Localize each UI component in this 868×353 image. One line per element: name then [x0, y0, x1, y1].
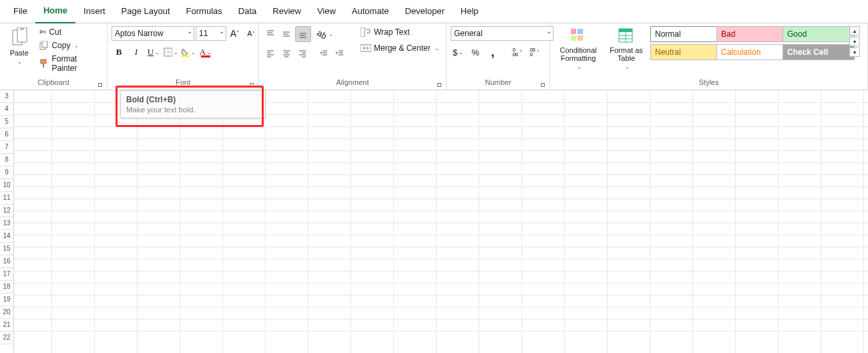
wrap-text-button[interactable]: Wrap Text	[358, 26, 442, 38]
row-header[interactable]: 3	[0, 90, 13, 103]
group-clipboard: Paste ⌄ ✄ Cut Copy ⌄ Format Painter	[0, 23, 107, 90]
row-header[interactable]: 13	[0, 217, 13, 230]
group-label-alignment: Alignment	[337, 78, 369, 86]
row-header[interactable]: 22	[0, 332, 13, 344]
borders-button[interactable]: ⌄	[164, 45, 178, 60]
style-good[interactable]: Good	[783, 26, 855, 42]
tab-insert[interactable]: Insert	[75, 0, 114, 23]
row-header[interactable]: 21	[0, 319, 13, 332]
row-header[interactable]: 15	[0, 243, 13, 255]
styles-scroll-up[interactable]: ▴	[849, 26, 860, 35]
row-header[interactable]: 18	[0, 281, 13, 293]
font-launcher[interactable]: ◘	[248, 80, 256, 88]
chevron-down-icon: ⌄	[17, 58, 22, 66]
align-middle-button[interactable]	[279, 27, 294, 41]
tab-formulas[interactable]: Formulas	[178, 0, 230, 23]
tab-help[interactable]: Help	[453, 0, 487, 23]
row-header[interactable]: 20	[0, 306, 13, 319]
conditional-formatting-button[interactable]: Conditional Formatting⌄	[554, 26, 602, 73]
svg-text:.00: .00	[529, 47, 535, 52]
row-header[interactable]: 12	[0, 205, 13, 217]
font-name-select[interactable]: Aptos Narrow	[112, 26, 194, 41]
row-header[interactable]: 9	[0, 166, 13, 179]
wrap-text-icon	[361, 27, 371, 37]
row-header[interactable]: 7	[0, 141, 13, 154]
svg-rect-11	[201, 55, 210, 57]
svg-rect-10	[181, 55, 190, 57]
svg-rect-48	[578, 35, 583, 41]
align-top-button[interactable]	[263, 27, 278, 41]
chevron-down-icon: ⌄	[435, 45, 439, 51]
number-launcher[interactable]: ◘	[539, 80, 547, 88]
row-header[interactable]: 16	[0, 255, 13, 268]
paste-button[interactable]: Paste ⌄	[4, 26, 34, 68]
style-bad[interactable]: Bad	[716, 26, 789, 42]
tab-review[interactable]: Review	[264, 0, 309, 23]
row-header[interactable]: 6	[0, 128, 13, 141]
decrease-indent-button[interactable]	[316, 46, 331, 61]
font-size-select[interactable]: 11	[196, 26, 226, 41]
align-right-button[interactable]	[295, 46, 310, 61]
styles-scroll-down[interactable]: ▾	[849, 37, 860, 46]
row-header[interactable]: 10	[0, 179, 13, 192]
format-painter-button[interactable]: Format Painter	[37, 53, 103, 74]
conditional-formatting-label: Conditional Formatting	[560, 46, 596, 62]
tab-page-layout[interactable]: Page Layout	[114, 0, 178, 23]
tooltip-bold: Bold (Ctrl+B) Make your text bold.	[120, 90, 266, 118]
style-normal[interactable]: Normal	[650, 26, 722, 42]
tab-data[interactable]: Data	[230, 0, 264, 23]
bold-button[interactable]: B	[112, 45, 126, 60]
paintbrush-icon	[39, 59, 49, 68]
row-header[interactable]: 19	[0, 293, 13, 306]
clipboard-launcher[interactable]: ◘	[96, 80, 104, 88]
increase-decimal-button[interactable]: .0.00	[509, 45, 524, 60]
increase-font-button[interactable]: A˄	[228, 26, 242, 41]
row-header[interactable]: 14	[0, 230, 13, 243]
tab-developer[interactable]: Developer	[397, 0, 453, 23]
italic-button[interactable]: I	[129, 45, 144, 60]
font-size-value: 11	[199, 29, 208, 38]
row-header[interactable]: 8	[0, 154, 13, 166]
tab-home[interactable]: Home	[35, 0, 75, 23]
underline-button[interactable]: U⌄	[146, 45, 161, 60]
merge-icon	[361, 43, 371, 53]
svg-rect-2	[20, 27, 24, 30]
alignment-launcher[interactable]: ◘	[435, 80, 443, 88]
decrease-decimal-button[interactable]: .00.0	[527, 45, 541, 60]
merge-center-button[interactable]: Merge & Center ⌄	[358, 42, 442, 54]
row-header[interactable]: 11	[0, 192, 13, 205]
accounting-format-button[interactable]: $⌄	[451, 45, 465, 60]
percent-format-button[interactable]: %	[468, 45, 483, 60]
copy-button[interactable]: Copy ⌄	[37, 39, 103, 51]
font-color-button[interactable]: A⌄	[198, 45, 213, 60]
decrease-font-button[interactable]: A˅	[244, 26, 258, 41]
number-format-select[interactable]: General	[451, 26, 554, 41]
cut-button[interactable]: ✄ Cut	[37, 26, 103, 38]
tab-automate[interactable]: Automate	[344, 0, 397, 23]
orientation-button[interactable]: ab⌄	[318, 27, 333, 41]
align-bottom-button[interactable]	[295, 26, 311, 42]
comma-format-button[interactable]: ,	[485, 45, 500, 60]
tab-file[interactable]: File	[5, 0, 35, 23]
align-center-button[interactable]	[279, 46, 294, 61]
fill-color-button[interactable]: ⌄	[181, 45, 196, 60]
increase-indent-button[interactable]	[333, 46, 347, 61]
paste-label: Paste	[10, 49, 29, 57]
cell-grid[interactable]	[14, 90, 868, 353]
row-header[interactable]: 17	[0, 268, 13, 281]
tab-view[interactable]: View	[309, 0, 344, 23]
copy-label: Copy	[51, 41, 70, 50]
style-check-cell[interactable]: Check Cell	[783, 44, 855, 60]
chevron-down-icon: ⌄	[625, 64, 630, 72]
row-header[interactable]: 5	[0, 116, 13, 128]
cell-styles-gallery: Normal Bad Good Neutral Calculation Chec…	[650, 26, 847, 60]
format-as-table-label: Format as Table	[610, 46, 643, 62]
scissors-icon: ✄	[39, 27, 46, 37]
styles-expand[interactable]: ▾	[849, 47, 860, 57]
align-left-button[interactable]	[263, 46, 278, 61]
format-as-table-button[interactable]: Format as Table⌄	[605, 26, 648, 73]
svg-text:.0: .0	[529, 52, 533, 57]
style-neutral[interactable]: Neutral	[650, 44, 722, 60]
row-header[interactable]: 4	[0, 103, 13, 116]
style-calculation[interactable]: Calculation	[716, 44, 789, 60]
